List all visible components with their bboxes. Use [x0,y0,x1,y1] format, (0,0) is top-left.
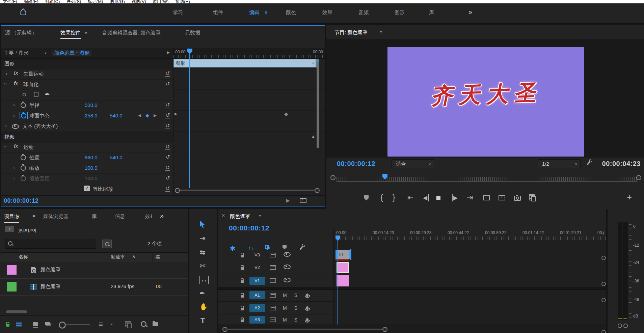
twirl-icon[interactable]: › [3,83,9,85]
comparison-view-icon[interactable] [529,194,535,200]
reset-icon[interactable]: ↺ [165,144,170,150]
reset-icon[interactable]: ↺ [165,165,170,171]
search-bin-button[interactable] [102,240,112,248]
fx-badge-icon[interactable]: fx [14,143,18,149]
step-forward-icon[interactable]: ▶ [452,194,458,201]
zoom-slider-knob[interactable] [59,322,66,329]
track-scroll-handle[interactable] [601,282,606,286]
track-name-v1[interactable]: V1 [249,277,265,285]
project-file-name[interactable]: jy.prproj [19,227,36,232]
sort-icon[interactable]: ≡ [99,320,103,329]
param-value-x[interactable]: 258.0 [85,113,98,118]
mini-ruler-ticks[interactable] [173,48,325,59]
sync-lock-icon[interactable] [270,278,276,283]
eye-icon[interactable] [12,124,19,130]
tab-project[interactable]: 项目:jy [4,213,19,223]
sync-lock-icon[interactable] [270,317,276,322]
item-name[interactable]: 颜色遮罩 [41,267,61,273]
playback-resolution-dropdown[interactable]: 1/2 ∨ [538,159,581,168]
go-to-out-icon[interactable]: ⇥ [467,193,473,202]
workspace-tab-learn[interactable]: 学习 [173,9,183,16]
menu-help[interactable]: 帮助(H) [175,0,190,3]
solo-button[interactable]: S [294,305,297,311]
tab-media-browser[interactable]: 媒体浏览器 [43,213,69,220]
menu-marker[interactable]: 标记(M) [88,0,103,3]
settings-wrench-icon[interactable] [587,161,590,165]
tab-info[interactable]: 信息 [115,213,125,220]
column-media[interactable]: 媒 [155,254,160,260]
reset-icon[interactable]: ↺ [165,81,170,87]
master-chevron-icon[interactable]: ∨ [44,51,47,55]
param-value-y[interactable]: 540.0 [110,113,123,118]
selected-clip-label[interactable]: 颜色遮罩 * 图形 [52,50,91,56]
list-view-icon[interactable] [16,323,22,327]
mini-zoombar-track[interactable] [180,190,315,191]
play-around-icon[interactable]: ▶ [286,198,290,203]
add-marker-icon[interactable] [364,195,369,200]
icon-view-icon[interactable] [33,322,38,326]
track-name-a1[interactable]: A1 [249,291,265,299]
mute-button[interactable]: M [283,305,287,311]
tab-effect-controls-menu-icon[interactable]: ≡ [85,30,87,35]
item-color-swatch[interactable] [7,265,17,275]
button-editor-plus-icon[interactable]: + [627,192,632,202]
track-name-a2[interactable]: A2 [249,304,265,312]
lock-icon[interactable] [241,320,244,322]
reset-icon[interactable]: ↺ [165,71,170,77]
tab-effect-controls[interactable]: 效果控件 [60,30,81,39]
clip-body[interactable] [338,250,349,259]
mark-in-icon[interactable]: { [380,193,383,202]
eye-icon[interactable] [284,265,291,271]
tab-effects-clipped[interactable]: 效果 [145,213,152,220]
reset-icon[interactable]: ↺ [165,154,170,160]
reset-icon[interactable]: ↺ [165,175,170,181]
workspace-tab-effects[interactable]: 效果 [322,9,332,16]
stopwatch-icon[interactable] [21,155,26,160]
param-value[interactable]: 500.0 [85,102,98,108]
menu-view[interactable]: 视图(V) [131,0,146,3]
twirl-icon[interactable]: › [6,71,7,76]
uniform-scale-checkbox[interactable]: ✓ [84,186,90,191]
column-fps[interactable]: 帧速率 [111,254,125,260]
tab-metadata[interactable]: 元数据 [185,30,200,36]
workspace-tab-color[interactable]: 颜色 [286,9,296,16]
twirl-icon[interactable]: › [13,165,15,170]
lift-icon[interactable]: ↑ [483,195,490,200]
project-item-row[interactable]: 颜色遮罩 23.976 fps 00 [0,278,188,296]
timeline-playhead-timecode[interactable]: 00:00:00:12 [229,224,269,232]
stopwatch-icon[interactable] [21,103,26,108]
menu-graphics[interactable]: 图形(G) [110,0,125,3]
pen-mask-icon[interactable]: ✒ [45,91,50,98]
column-divider[interactable] [153,253,153,262]
timeline-zoombar-left-handle[interactable] [222,327,227,332]
program-scrubber-track[interactable] [337,181,637,182]
sort-up-icon[interactable]: ∧ [132,254,135,259]
track-name-a3[interactable]: A3 [249,316,265,324]
prev-keyframe-icon[interactable]: ◀ [138,113,141,118]
param-value-x[interactable]: 960.0 [85,155,98,160]
project-item-row[interactable]: 颜色遮罩 [0,261,188,279]
mini-clip-bar[interactable]: 图形 [173,59,319,67]
reset-icon[interactable]: ↺ [165,102,170,108]
mini-playhead-line[interactable] [189,53,190,188]
tool-hand[interactable]: ✋ [199,303,208,311]
workspace-tab-libraries[interactable]: 库 [429,9,434,16]
next-keyframe-icon[interactable]: ▶ [154,113,157,118]
timeline-ruler[interactable]: :00:00 00:00:14:23 00:00:29:23 00:00:44:… [333,229,606,241]
sync-lock-icon[interactable] [270,253,276,257]
project-menu-icon[interactable]: ≡ [32,214,35,219]
track-scroll-handle[interactable] [601,330,606,333]
mini-zoombar-right-handle[interactable] [315,188,320,193]
sync-lock-icon[interactable] [270,293,276,298]
rect-mask-icon[interactable]: □ [34,90,38,98]
freeform-view-icon[interactable] [45,322,50,325]
program-preview-frame[interactable]: 齐天大圣 [387,47,584,157]
collapse-graphics-icon[interactable]: ▲ [311,60,315,65]
param-value-y[interactable]: 540.0 [110,155,123,160]
stopwatch-icon-active[interactable] [20,112,28,119]
lock-icon[interactable] [241,255,244,257]
automate-to-sequence-icon[interactable] [125,321,131,327]
tab-program-monitor[interactable]: 节目: 颜色遮罩 [334,29,368,36]
home-icon[interactable]: ⌂ [20,4,27,18]
export-frame-icon[interactable]: ↑ [300,198,306,203]
